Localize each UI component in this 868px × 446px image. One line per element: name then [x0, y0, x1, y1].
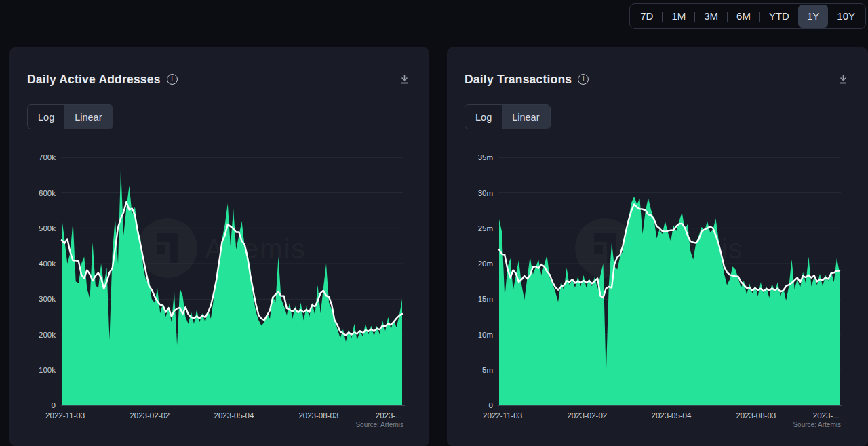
y-axis-tick-label: 500k	[39, 224, 56, 232]
download-button[interactable]	[397, 72, 412, 87]
y-axis-tick-label: 0	[489, 401, 493, 409]
scale-toggle: Log Linear	[27, 104, 113, 129]
log-option[interactable]: Log	[28, 105, 64, 129]
x-axis-tick-label: 2023-...	[813, 411, 840, 420]
card-header: Daily Active Addresses i	[27, 72, 412, 87]
y-axis-tick-label: 30m	[478, 189, 493, 197]
source-label: Source: Artemis	[793, 421, 841, 428]
range-button-1y[interactable]: 1Y	[798, 5, 828, 28]
range-button-1m[interactable]: 1M	[663, 5, 694, 28]
y-axis-tick-label: 25m	[478, 224, 493, 232]
download-button[interactable]	[836, 72, 850, 87]
y-axis-tick-label: 600k	[39, 189, 56, 197]
daily-active-addresses-card: Daily Active Addresses i Log Linear Arte…	[9, 47, 429, 446]
x-axis-tick-label: 2023-05-04	[652, 411, 692, 420]
y-axis-tick-label: 0	[52, 401, 56, 409]
y-axis-tick-label: 35m	[478, 153, 493, 161]
download-icon	[837, 73, 849, 85]
artemis-watermark-logo	[138, 218, 197, 278]
download-icon	[399, 73, 410, 85]
range-button-7d[interactable]: 7D	[631, 5, 662, 28]
daily-active-addresses-chart[interactable]: Artemis700k600k500k400k300k200k100k02022…	[27, 148, 412, 431]
daily-values-area	[499, 197, 840, 405]
y-axis-tick-label: 20m	[478, 260, 493, 268]
linear-option[interactable]: Linear	[502, 105, 549, 129]
info-icon[interactable]: i	[578, 74, 589, 85]
y-axis-tick-label: 5m	[482, 366, 493, 374]
range-button-ytd[interactable]: YTD	[760, 5, 798, 28]
chart-title: Daily Active Addresses	[27, 73, 161, 87]
range-button-3m[interactable]: 3M	[695, 5, 727, 28]
info-icon[interactable]: i	[167, 74, 178, 85]
x-axis-tick-label: 2022-11-03	[45, 411, 85, 420]
y-axis-tick-label: 100k	[39, 366, 56, 374]
daily-transactions-chart[interactable]: Artemis35m30m25m20m15m10m5m02022-11-0320…	[465, 148, 849, 431]
x-axis-tick-label: 2022-11-03	[483, 411, 522, 420]
x-axis-tick-label: 2023-08-03	[298, 411, 338, 420]
scale-toggle: Log Linear	[465, 104, 551, 129]
card-header: Daily Transactions i	[465, 72, 850, 87]
y-axis-tick-label: 15m	[478, 295, 493, 303]
y-axis-tick-label: 10m	[478, 331, 493, 339]
y-axis-tick-label: 200k	[39, 331, 56, 339]
x-axis-tick-label: 2023-08-03	[736, 411, 776, 420]
x-axis-tick-label: 2023-...	[376, 411, 402, 420]
source-label: Source: Artemis	[355, 421, 403, 428]
x-axis-tick-label: 2023-05-04	[214, 411, 254, 420]
log-option[interactable]: Log	[465, 105, 502, 129]
x-axis-tick-label: 2023-02-02	[567, 411, 607, 420]
daily-transactions-card: Daily Transactions i Log Linear Artemis3…	[447, 47, 868, 446]
y-axis-tick-label: 700k	[39, 153, 56, 161]
time-range-selector: 7D1M3M6MYTD1Y10Y	[629, 3, 866, 29]
daily-values-area	[62, 168, 402, 405]
chart-title: Daily Transactions	[465, 73, 572, 87]
linear-option[interactable]: Linear	[64, 105, 112, 129]
x-axis-tick-label: 2023-02-02	[130, 411, 170, 420]
y-axis-tick-label: 300k	[39, 295, 56, 303]
range-button-6m[interactable]: 6M	[728, 5, 760, 28]
range-button-10y[interactable]: 10Y	[828, 5, 864, 28]
y-axis-tick-label: 400k	[39, 260, 56, 268]
